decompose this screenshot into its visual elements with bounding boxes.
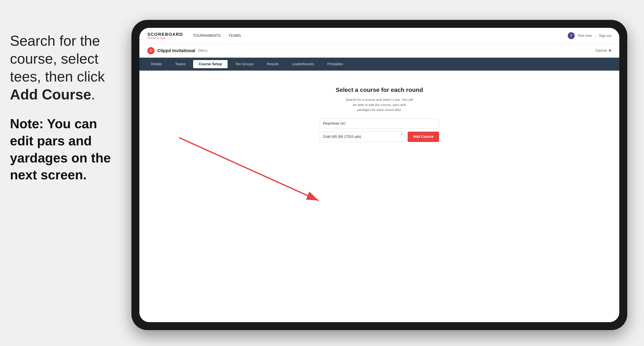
tab-results[interactable]: Results (261, 60, 284, 68)
tournament-name: Clippd Invitational (157, 48, 195, 53)
cancel-x-icon: ✕ (608, 48, 611, 53)
tab-course-setup[interactable]: Course Setup (193, 60, 228, 68)
tee-select-container: Gold (M) (M) (7010 yds) ✕ ⌃ ⌃ (320, 132, 405, 142)
nav-tournaments[interactable]: TOURNAMENTS (193, 34, 221, 38)
main-content: Select a course for each round Search fo… (140, 71, 619, 322)
tee-clear-button[interactable]: ✕ (400, 132, 403, 136)
user-name: Test User (578, 34, 592, 38)
top-nav: SCOREBOARD Powered by clippd TOURNAMENTS… (140, 28, 619, 44)
tab-tee-groups[interactable]: Tee Groups (230, 60, 259, 68)
svg-line-1 (179, 138, 318, 200)
logo: SCOREBOARD Powered by clippd (147, 32, 183, 39)
logo-title: SCOREBOARD (147, 32, 183, 37)
tablet-frame: SCOREBOARD Powered by clippd TOURNAMENTS… (132, 20, 627, 330)
tab-leaderboards[interactable]: Leaderboards (286, 60, 320, 68)
tee-value: Gold (M) (M) (7010 yds) (323, 135, 361, 139)
tee-chevron-icon[interactable]: ⌃ (400, 137, 403, 139)
logo-sub: Powered by clippd (147, 37, 183, 39)
tablet-screen: SCOREBOARD Powered by clippd TOURNAMENTS… (140, 28, 619, 322)
tab-nav: Details Teams Course Setup Tee Groups Re… (140, 58, 619, 71)
tab-printables[interactable]: Printables (322, 60, 349, 68)
nav-teams[interactable]: TEAMS (228, 34, 241, 38)
tee-select-display[interactable]: Gold (M) (M) (7010 yds) (320, 132, 405, 142)
tournament-type: (Men) (198, 48, 208, 53)
tournament-title: C Clippd Invitational (Men) (147, 47, 208, 54)
user-avatar: T (568, 32, 575, 39)
tournament-logo: C (147, 47, 154, 54)
tournament-header: C Clippd Invitational (Men) Cancel ✕ (140, 44, 619, 58)
section-title: Select a course for each round (336, 86, 423, 93)
nav-right: T Test User | Sign out (568, 32, 611, 39)
annotation-area: Search for the course, select tees, then… (0, 24, 124, 191)
course-search-input[interactable] (320, 119, 439, 129)
add-course-button[interactable]: Add Course (408, 132, 439, 142)
tab-teams[interactable]: Teams (170, 60, 191, 68)
note-annotation-text: Note: You can edit pars and yardages on … (10, 115, 114, 183)
tee-chevron-down-icon[interactable]: ⌃ (400, 139, 403, 142)
section-description: Search for a course and select a tee. Yo… (346, 97, 413, 113)
course-section: Select a course for each round Search fo… (320, 86, 439, 142)
nav-links: TOURNAMENTS TEAMS (193, 34, 241, 38)
tee-row: Gold (M) (M) (7010 yds) ✕ ⌃ ⌃ Add Course (320, 132, 439, 142)
main-annotation-text: Search for the course, select tees, then… (10, 32, 114, 103)
sign-out-link[interactable]: Sign out (599, 34, 611, 38)
cancel-button[interactable]: Cancel ✕ (596, 48, 611, 53)
tee-select-controls: ✕ ⌃ ⌃ (400, 132, 403, 142)
tab-details[interactable]: Details (145, 60, 168, 68)
